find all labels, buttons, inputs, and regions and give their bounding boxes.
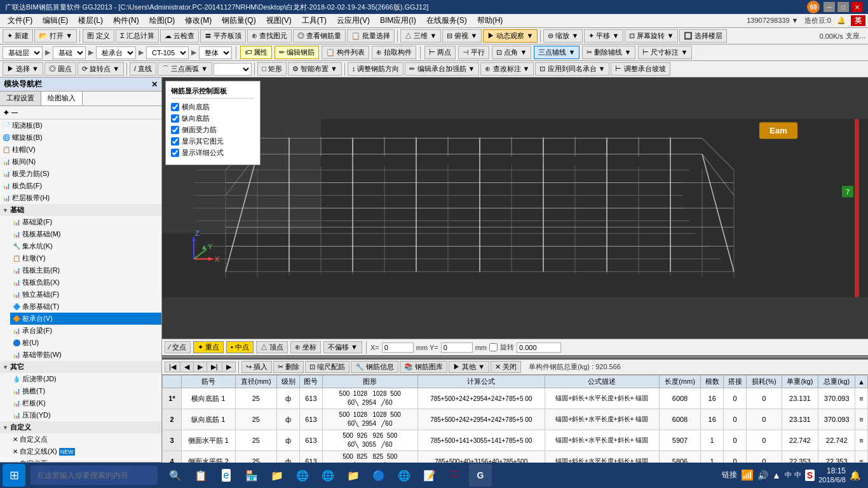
tree-strip-found[interactable]: 🔷 条形基础(T)	[10, 301, 161, 313]
checkbox-detail-formula[interactable]: 显示详细公式	[171, 148, 255, 158]
sidebar-minus-button[interactable]: ─	[11, 107, 18, 118]
btn-find[interactable]: ⊕ 查找图元	[247, 29, 292, 43]
btn-dim[interactable]: ⊢ 尺寸标注 ▼	[638, 46, 692, 59]
btn-edit-rebar[interactable]: ✏ 编辑钢筋	[275, 46, 319, 59]
btn-select[interactable]: ▶ 选择 ▼	[3, 62, 43, 76]
maximize-button[interactable]: □	[837, 2, 849, 12]
tree-cap[interactable]: 📋 柱帽(V)	[0, 144, 161, 156]
btn-apply-same[interactable]: ⊡ 应用到同名承台 ▼	[535, 62, 609, 76]
btn-cloud-check[interactable]: ☁ 云检查	[160, 29, 199, 43]
btn-adjust-direction[interactable]: ↕ 调整钢筋方向	[348, 62, 404, 76]
btn-delete[interactable]: ✂ 删除	[273, 361, 304, 373]
tree-slab-force[interactable]: 📊 板受力筋(S)	[0, 168, 161, 180]
nav-prev[interactable]: ◀	[180, 362, 194, 372]
tree-custom-point[interactable]: ✕ 自定义点	[10, 433, 161, 445]
table-row[interactable]: 2 纵向底筋 1 25 ф 613 500 1028 1028 50060╲ 2…	[163, 409, 868, 430]
btn-select-floor[interactable]: 🔲 选择楼层	[679, 29, 727, 43]
btn-parallel[interactable]: ⊣ 平行	[458, 46, 489, 59]
nav-next[interactable]: ▶	[194, 362, 207, 372]
minimize-button[interactable]: ─	[824, 2, 835, 12]
tree-found-band[interactable]: 📊 基础带筋(W)	[10, 349, 161, 361]
section-foundation[interactable]: ▼ 基础	[0, 204, 161, 216]
btn-arc[interactable]: ⌒ 三点画弧 ▼	[158, 62, 212, 76]
btn-scale-rebar[interactable]: ⊡ 缩尺配筋	[305, 361, 349, 373]
viewport[interactable]: 7 Z X Y	[162, 78, 868, 339]
btn-three-point-aux[interactable]: 三点辅线 ▼	[534, 46, 580, 59]
btn-calc[interactable]: Σ 汇总计算	[116, 29, 159, 43]
tree-custom-face[interactable]: ✕ 自定义面	[10, 458, 161, 462]
nav-last[interactable]: ▶|	[207, 362, 222, 372]
nav-play[interactable]: ▶	[222, 362, 235, 372]
btn-smart-place[interactable]: ⚙ 智能布置 ▼	[288, 62, 342, 76]
nav-first[interactable]: |◀	[165, 362, 180, 372]
snap-midpoint[interactable]: • 中点	[226, 341, 254, 353]
close-button[interactable]: ✕	[851, 2, 863, 12]
btn-two-point[interactable]: ⊢ 两点	[424, 46, 456, 59]
btn-rect[interactable]: □ 矩形	[257, 62, 287, 76]
tree-pier[interactable]: 📋 柱墩(Y)	[10, 252, 161, 264]
menu-edit[interactable]: 编辑(E)	[37, 14, 73, 27]
btn-insert[interactable]: ↪ 插入	[241, 361, 272, 373]
taskbar-app-task[interactable]: 📋	[189, 464, 212, 487]
tree-raft[interactable]: 📊 筏板基础(M)	[10, 228, 161, 240]
taskbar-app-files[interactable]: 📁	[342, 464, 365, 487]
snap-midpoint-weight[interactable]: ✦ 重点	[193, 341, 224, 353]
tree-slab[interactable]: 📄 现浇板(B)	[0, 119, 161, 132]
menu-tools[interactable]: 工具(T)	[297, 14, 332, 27]
btn-component-list[interactable]: 📋 构件列表	[322, 46, 369, 59]
btn-rotate[interactable]: ⊡ 屏幕旋转 ▼	[625, 29, 678, 43]
snap-coord[interactable]: ⊕ 坐标	[290, 341, 321, 353]
menu-component[interactable]: 构件(N)	[108, 14, 144, 27]
menu-floor[interactable]: 楼层(L)	[73, 14, 108, 27]
checkbox-horiz-bot[interactable]: 横向底筋	[171, 102, 255, 112]
btn-3d[interactable]: △ 三维 ▼	[400, 29, 441, 43]
taskbar-start-button[interactable]: ⊞	[3, 464, 25, 487]
tree-custom-line[interactable]: ✕ 自定义线(X) NEW	[10, 445, 161, 458]
menu-cloud[interactable]: 云应用(V)	[332, 14, 375, 27]
taskbar-app-glodon[interactable]: G	[469, 464, 492, 487]
btn-property[interactable]: 🏷 属性	[240, 46, 272, 59]
tree-isolated-found[interactable]: 📊 独立基础(F)	[10, 288, 161, 301]
btn-adjust-slope[interactable]: ⊢ 调整承台坡坡	[611, 62, 670, 76]
tree-cap-beam[interactable]: 📊 承台梁(F)	[10, 325, 161, 337]
taskbar-app-blue[interactable]: 🔵	[367, 464, 390, 487]
tree-pile-cap[interactable]: 🔶 桩承台(V)	[10, 313, 161, 325]
tree-inter-slab[interactable]: 📊 板间(N)	[0, 156, 161, 168]
btn-close-table[interactable]: ✕ 关闭	[491, 361, 521, 373]
menu-draw[interactable]: 绘图(D)	[144, 14, 180, 27]
menu-bim[interactable]: BIM应用(I)	[375, 14, 421, 27]
line-type-select[interactable]	[214, 63, 252, 76]
sidebar-tab-draw[interactable]: 绘图输入	[41, 92, 83, 105]
sidebar-add-button[interactable]: ✦	[3, 107, 10, 118]
snap-intersection[interactable]: ∕ 交点	[165, 341, 191, 353]
tree-raft-main[interactable]: 📊 筏板主筋(R)	[10, 264, 161, 276]
btn-open[interactable]: 📂 打开 ▼	[34, 29, 77, 43]
btn-dynamic-view[interactable]: ▶ 动态观察 ▼	[483, 29, 538, 43]
btn-line[interactable]: / 直线	[130, 62, 156, 76]
tree-raft-neg[interactable]: 📊 筏板负筋(X)	[10, 276, 161, 288]
taskbar-app-notepad[interactable]: 📝	[418, 464, 441, 487]
checkbox-vert-bot[interactable]: 纵向底筋	[171, 114, 255, 123]
btn-pickup[interactable]: ⊕ 抬取构件	[372, 46, 416, 59]
btn-point-angle[interactable]: ⊡ 点角 ▼	[492, 46, 531, 59]
menu-help[interactable]: 帮助(H)	[472, 14, 508, 27]
other-elem-check[interactable]	[171, 137, 179, 146]
component-select[interactable]: CT-105	[146, 46, 189, 59]
table-row[interactable]: 3 侧面水平筋 1 25 ф 613 500 926 926 50060╲ 30…	[163, 430, 868, 451]
btn-batch[interactable]: 📋 批量选择	[347, 29, 395, 43]
taskbar-app-edge[interactable]: e	[215, 464, 238, 487]
sidebar-tab-settings[interactable]: 工程设置	[0, 92, 41, 105]
btn-other[interactable]: ▶ 其他 ▼	[449, 361, 489, 373]
rotate-input[interactable]	[517, 342, 561, 353]
tree-post-pour[interactable]: 💧 后浇带(JD)	[10, 373, 161, 385]
btn-view-rebar[interactable]: ◎ 查看钢筋量	[293, 29, 346, 43]
sidebar-close-button[interactable]: ✕	[151, 80, 158, 89]
notification-icon[interactable]: 🔔	[850, 470, 860, 480]
vert-bot-check[interactable]	[171, 114, 179, 123]
category-select[interactable]: 基础	[53, 46, 86, 59]
checkbox-other-elem[interactable]: 显示其它图元	[171, 137, 255, 146]
section-other[interactable]: ▼ 其它	[0, 361, 161, 373]
tree-found-beam[interactable]: 📊 基础梁(F)	[10, 216, 161, 228]
type-select[interactable]: 桩承台	[96, 46, 136, 59]
side-force-check[interactable]	[171, 126, 179, 134]
